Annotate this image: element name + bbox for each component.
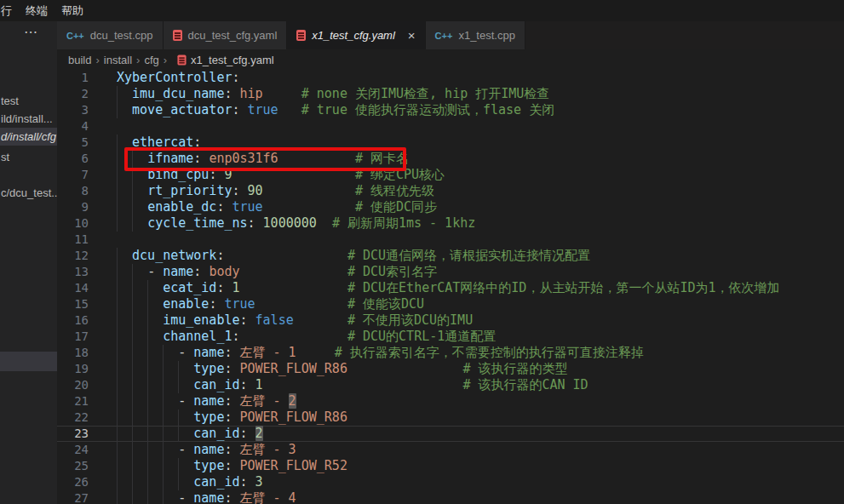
code-line[interactable]: 16 imu_enable: false # 不使用该DCU的IMU: [57, 312, 844, 329]
code-line[interactable]: 22 type: POWER_FLOW_R86: [57, 410, 844, 426]
code-line[interactable]: 10 cycle_time_ns: 1000000 # 刷新周期1ms - 1k…: [57, 215, 844, 232]
line-number[interactable]: 11: [57, 232, 89, 248]
more-actions-icon[interactable]: ⋯: [24, 24, 38, 40]
menu-item-terminal[interactable]: 终端: [19, 0, 55, 21]
sidebar-item[interactable]: test: [0, 92, 57, 110]
code-line[interactable]: 13 - name: body # DCU索引名字: [57, 264, 844, 280]
indent-guide: [117, 280, 118, 296]
code-text: type: POWER_FLOW_R86: [89, 410, 347, 426]
tab-x1_test.cpp[interactable]: C++x1_test.cpp: [426, 21, 525, 49]
line-number[interactable]: 4: [57, 118, 89, 135]
sidebar-item[interactable]: ild/install...: [0, 110, 57, 128]
token-key: imu_dcu_name: [132, 86, 224, 101]
code-line[interactable]: 27 - name: 左臂 - 4: [57, 490, 844, 504]
line-number[interactable]: 5: [57, 135, 89, 151]
token-bool: true: [224, 296, 255, 312]
token-ws: [278, 102, 301, 117]
close-icon[interactable]: ×: [408, 29, 416, 42]
line-number[interactable]: 27: [57, 490, 89, 504]
indent-guide: [163, 345, 164, 361]
line-number[interactable]: 21: [57, 393, 89, 410]
menu-bar: 行 终端 帮助: [0, 0, 844, 21]
line-number[interactable]: 9: [57, 199, 89, 215]
code-line[interactable]: 2 imu_dcu_name: hip # none 关闭IMU检查, hip …: [57, 86, 844, 102]
line-number[interactable]: 13: [57, 264, 89, 280]
code-line[interactable]: 25 type: POWER_FLOW_R52: [57, 458, 844, 474]
sidebar-item[interactable]: st: [0, 148, 57, 166]
line-number[interactable]: 25: [57, 458, 89, 474]
line-number[interactable]: 14: [57, 280, 89, 296]
code-line[interactable]: 9 enable_dc: true # 使能DC同步: [57, 199, 844, 215]
code-line[interactable]: 19 type: POWER_FLOW_R86 # 该执行器的类型: [57, 361, 844, 377]
code-line[interactable]: 1XyberController:: [57, 70, 844, 86]
breadcrumb-file[interactable]: x1_test_cfg.yaml: [191, 54, 274, 66]
code-line[interactable]: 11: [57, 232, 844, 248]
menu-item-help[interactable]: 帮助: [55, 0, 90, 21]
breadcrumb-build[interactable]: build: [68, 54, 91, 66]
code-line[interactable]: 4: [57, 118, 844, 135]
line-number[interactable]: 24: [57, 442, 89, 458]
line-number[interactable]: 15: [57, 296, 89, 312]
sidebar-item[interactable]: d/install/cfg: [0, 128, 57, 146]
yaml-file-icon: [296, 30, 306, 41]
code-line[interactable]: 17 channel_1: # DCU的CTRL-1通道配置: [57, 329, 844, 345]
token-ws: [117, 329, 163, 344]
indent-guide: [178, 474, 179, 490]
line-number[interactable]: 19: [57, 361, 89, 377]
sidebar-selected-empty-row[interactable]: [0, 352, 57, 371]
code-line[interactable]: 14 ecat_id: 1 # DCU在EtherCAT网络中的ID，从主站开始…: [57, 280, 844, 296]
tab-dcu_test.cpp[interactable]: C++dcu_test.cpp: [57, 21, 164, 49]
indent-guide: [132, 345, 133, 361]
code-line[interactable]: 7 bind_cpu: 9 # 绑定CPU核心: [57, 167, 844, 183]
line-number[interactable]: 10: [57, 215, 89, 232]
code-line[interactable]: 21 - name: 左臂 - 2: [57, 393, 844, 410]
line-number[interactable]: 26: [57, 474, 89, 490]
cpp-file-icon: C++: [435, 31, 453, 41]
chevron-right-icon: ›: [136, 54, 140, 66]
indent-guide: [117, 199, 118, 215]
line-number[interactable]: 12: [57, 248, 89, 264]
code-line[interactable]: 20 can_id: 1 # 该执行器的CAN ID: [57, 377, 844, 393]
sidebar-item[interactable]: c/dcu_test...: [0, 184, 57, 202]
token-ws: [117, 377, 193, 392]
code-line[interactable]: 12 dcu_network: # DCU通信网络，请根据实机连接情况配置: [57, 248, 844, 264]
code-line[interactable]: 24 - name: 左臂 - 3: [57, 442, 844, 458]
tab-dcu_test_cfg.yaml[interactable]: dcu_test_cfg.yaml: [164, 21, 288, 49]
tab-x1_test_cfg.yaml[interactable]: x1_test_cfg.yaml×: [287, 21, 425, 49]
line-number[interactable]: 1: [57, 70, 89, 86]
line-number[interactable]: 2: [57, 86, 89, 102]
line-number[interactable]: 7: [57, 167, 89, 183]
token-num: 1: [255, 377, 263, 392]
indent-guide: [132, 199, 133, 215]
token-pun: :: [224, 410, 239, 425]
breadcrumb-install[interactable]: install: [104, 54, 132, 66]
code-text: imu_dcu_name: hip # none 关闭IMU检查, hip 打开…: [89, 86, 549, 102]
code-line[interactable]: 18 - name: 左臂 - 1 # 执行器索引名字，不需要控制的执行器可直接…: [57, 345, 844, 361]
breadcrumb-cfg[interactable]: cfg: [144, 54, 158, 66]
indent-guide: [163, 426, 164, 442]
code-editor[interactable]: 1XyberController:2 imu_dcu_name: hip # n…: [57, 70, 844, 504]
token-str: POWER_FLOW_R86: [240, 361, 347, 376]
line-number[interactable]: 6: [57, 151, 89, 167]
code-line[interactable]: 3 move_actuator: true # true 使能执行器运动测试，f…: [57, 102, 844, 118]
line-number[interactable]: 16: [57, 312, 89, 329]
code-line[interactable]: 5 ethercat:: [57, 135, 844, 151]
line-number[interactable]: 20: [57, 377, 89, 393]
code-line[interactable]: 23 can_id: 2: [57, 426, 844, 442]
token-str: 左臂 - 1: [240, 345, 296, 360]
line-number[interactable]: 23: [57, 426, 89, 442]
line-number[interactable]: 8: [57, 183, 89, 199]
token-key: move_actuator: [132, 102, 232, 117]
menu-item-run[interactable]: 行: [0, 0, 19, 21]
token-pun: :: [248, 215, 263, 231]
line-number[interactable]: 18: [57, 345, 89, 361]
line-number[interactable]: 3: [57, 102, 89, 118]
token-com: # DCU索引名字: [347, 264, 437, 279]
line-number[interactable]: 22: [57, 410, 89, 426]
code-line[interactable]: 26 can_id: 3: [57, 474, 844, 490]
token-key: ethercat: [132, 135, 193, 150]
line-number[interactable]: 17: [57, 329, 89, 345]
code-line[interactable]: 15 enable: true # 使能该DCU: [57, 296, 844, 312]
code-line[interactable]: 8 rt_priority: 90 # 线程优先级: [57, 183, 844, 199]
code-line[interactable]: 6 ifname: enp0s31f6 # 网卡名: [57, 151, 844, 167]
